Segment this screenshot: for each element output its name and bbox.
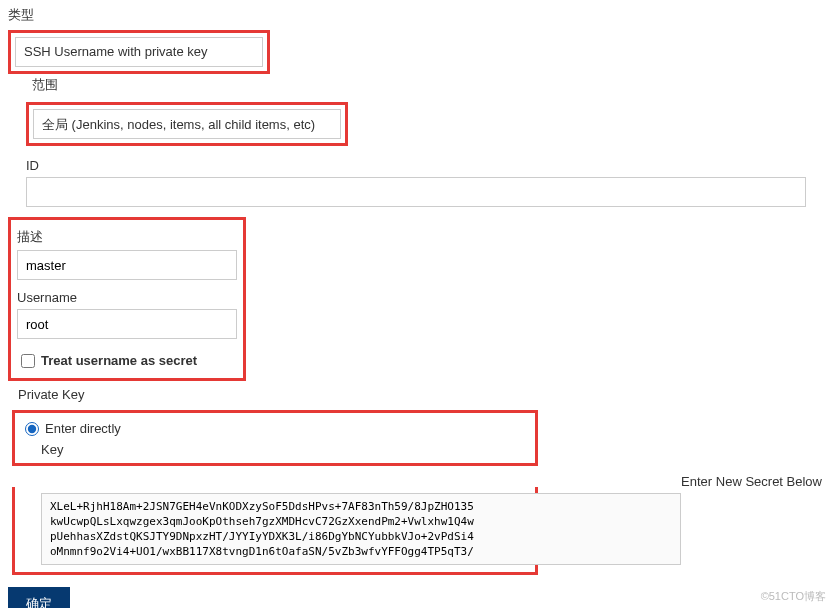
description-label: 描述	[17, 228, 237, 246]
id-label: ID	[26, 158, 824, 173]
treat-secret-checkbox[interactable]	[21, 354, 35, 368]
scope-label: 范围	[32, 76, 824, 94]
description-input[interactable]	[17, 250, 237, 280]
enter-directly-radio[interactable]	[25, 422, 39, 436]
watermark-text: ©51CTO博客	[761, 589, 826, 604]
treat-secret-label: Treat username as secret	[41, 353, 197, 368]
enter-directly-label: Enter directly	[45, 421, 121, 436]
username-label: Username	[17, 290, 237, 305]
private-key-label: Private Key	[18, 387, 824, 402]
type-select[interactable]: SSH Username with private key	[15, 37, 263, 67]
type-label: 类型	[8, 6, 824, 24]
submit-button[interactable]: 确定	[8, 587, 70, 608]
scope-select[interactable]: 全局 (Jenkins, nodes, items, all child ite…	[33, 109, 341, 139]
username-input[interactable]	[17, 309, 237, 339]
key-textarea[interactable]	[41, 493, 681, 565]
id-input[interactable]	[26, 177, 806, 207]
key-label: Key	[41, 442, 529, 457]
